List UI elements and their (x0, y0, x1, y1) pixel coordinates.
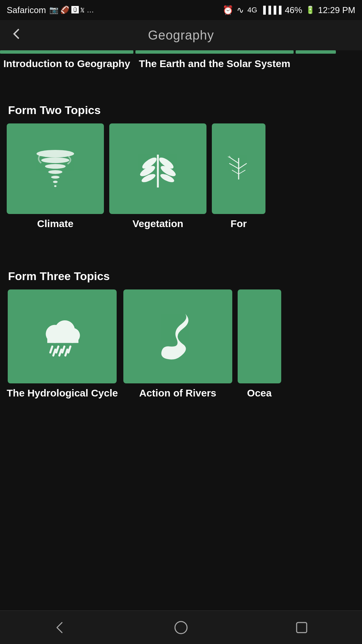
svg-line-19 (239, 163, 247, 169)
app-bar: Geography (0, 20, 362, 50)
app-icons: 📷 🏈 🅾 𝕏 … (49, 6, 94, 14)
nav-home-button[interactable] (161, 616, 201, 639)
topic-hydro-card[interactable] (8, 289, 117, 383)
topic-for-wrapper: For (212, 123, 265, 229)
topic-vegetation-card[interactable] (109, 123, 206, 214)
time-label: 12:29 PM (318, 5, 355, 15)
carrier-label: Safaricom (7, 5, 46, 15)
svg-point-33 (175, 622, 187, 634)
topic-climate-wrapper: Climate (7, 123, 104, 229)
status-left: Safaricom 📷 🏈 🅾 𝕏 … (7, 5, 94, 15)
svg-rect-25 (47, 335, 78, 343)
status-bar: Safaricom 📷 🏈 🅾 𝕏 … ⏰ ∿ 4G ▐▐▐▐ 46% 🔋 12… (0, 0, 362, 20)
river-icon (153, 311, 203, 362)
form-two-section: Form Two Topics (0, 90, 362, 236)
form-one-strip: Introduction to Geography The Earth and … (0, 50, 362, 77)
svg-line-27 (56, 346, 58, 353)
svg-line-26 (50, 346, 52, 353)
form-one-card-3[interactable] (296, 50, 336, 77)
svg-line-32 (65, 350, 67, 356)
svg-point-3 (48, 170, 62, 174)
alarm-icon: ⏰ (223, 5, 233, 15)
signal-icon: ▐▐▐▐ (260, 6, 281, 14)
topic-hydro-label: The Hydrological Cycle (7, 387, 118, 399)
nav-bar (0, 610, 362, 644)
topic-rivers-wrapper: Action of Rivers (123, 289, 232, 399)
svg-point-2 (45, 164, 66, 169)
svg-point-4 (51, 176, 59, 178)
svg-point-6 (54, 185, 57, 187)
form-one-label-2: The Earth and the Solar System (135, 57, 294, 77)
topic-climate-card[interactable] (7, 123, 104, 214)
form-two-cards: Climate (0, 123, 362, 236)
svg-point-1 (41, 157, 69, 163)
svg-point-5 (53, 181, 58, 183)
nav-back-button[interactable] (40, 616, 80, 639)
topic-vegetation-label: Vegetation (132, 218, 183, 229)
plant-icon (134, 145, 181, 192)
page-title: Geography (148, 28, 214, 43)
form-one-card-2[interactable]: The Earth and the Solar System (135, 50, 294, 77)
topic-vegetation-wrapper: Vegetation (109, 123, 206, 229)
form-one-card-1[interactable]: Introduction to Geography (0, 50, 133, 77)
svg-line-15 (231, 158, 239, 163)
topic-ocean-wrapper: Ocea (238, 289, 281, 399)
topic-climate-label: Climate (37, 218, 73, 229)
svg-point-0 (37, 150, 74, 157)
form-one-bar-2 (135, 50, 294, 54)
topic-rivers-card[interactable] (123, 289, 232, 383)
network-label: 4G (247, 6, 257, 14)
svg-line-29 (68, 346, 70, 353)
topic-for-card[interactable] (212, 123, 265, 214)
battery-icon: 🔋 (306, 6, 315, 14)
form-one-bar-1 (0, 50, 133, 54)
svg-line-28 (62, 346, 64, 353)
status-right: ⏰ ∿ 4G ▐▐▐▐ 46% 🔋 12:29 PM (223, 5, 355, 15)
topic-ocean-card[interactable] (238, 289, 281, 383)
svg-rect-34 (297, 623, 307, 633)
svg-line-18 (229, 163, 239, 169)
svg-line-31 (59, 350, 61, 356)
form-one-bar-3 (296, 50, 336, 54)
form-one-section: Introduction to Geography The Earth and … (0, 50, 362, 77)
tree-icon (225, 155, 252, 182)
rain-icon (37, 311, 87, 362)
form-two-label: Form Two Topics (0, 90, 362, 123)
form-three-cards: The Hydrological Cycle Action of Rivers … (0, 289, 362, 406)
svg-line-30 (53, 350, 55, 356)
topic-hydro-wrapper: The Hydrological Cycle (7, 289, 118, 399)
battery-label: 46% (285, 5, 302, 15)
svg-line-20 (232, 170, 239, 174)
topic-ocean-label: Ocea (247, 387, 272, 399)
main-content: Introduction to Geography The Earth and … (0, 50, 362, 459)
form-one-label-1: Introduction to Geography (0, 57, 133, 77)
form-three-label: Form Three Topics (0, 256, 362, 289)
back-button[interactable] (10, 27, 23, 44)
nav-recents-button[interactable] (282, 616, 322, 639)
svg-line-21 (239, 170, 245, 174)
wifi-icon: ∿ (237, 5, 244, 15)
topic-rivers-label: Action of Rivers (139, 387, 216, 399)
tornado-icon (32, 145, 79, 192)
form-three-section: Form Three Topics (0, 256, 362, 406)
topic-for-label: For (231, 218, 247, 229)
